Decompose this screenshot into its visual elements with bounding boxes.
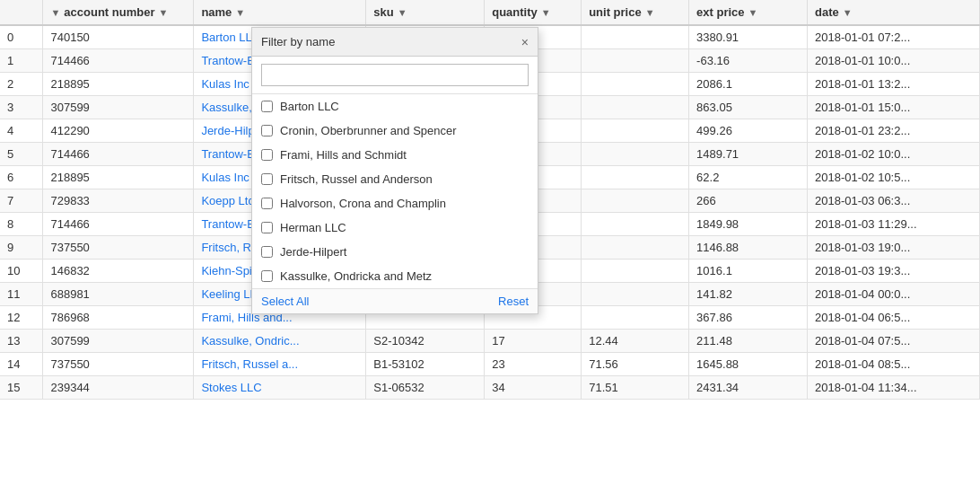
filter-checkbox[interactable] [261, 246, 273, 258]
table-cell: 146832 [43, 260, 194, 283]
filter-list-item[interactable]: Kassulke, Ondricka and Metz [252, 264, 538, 288]
table-cell: 12.44 [582, 330, 689, 353]
filter-search-input[interactable] [261, 64, 529, 86]
table-cell: 266 [689, 189, 808, 213]
filter-item-label: Frami, Hills and Schmidt [280, 148, 407, 162]
table-cell: 786968 [43, 306, 194, 330]
table-cell [582, 119, 689, 143]
table-cell: 688981 [43, 283, 194, 306]
table-cell: S2-10342 [366, 330, 485, 353]
filter-list-item[interactable]: Halvorson, Crona and Champlin [252, 191, 538, 216]
table-cell: 211.48 [689, 330, 808, 353]
filter-header: Filter by name × [252, 28, 538, 57]
table-cell: 239344 [43, 376, 194, 400]
table-cell [582, 25, 689, 49]
table-cell: -63.16 [689, 49, 808, 73]
filter-list-item[interactable]: Herman LLC [252, 216, 538, 240]
table-cell: 740150 [43, 25, 194, 49]
table-cell: 412290 [43, 119, 194, 143]
main-container: ▼ account number ▼ name ▼ sku ▼ [0, 0, 980, 484]
filter-list-item[interactable]: Barton LLC [252, 94, 538, 119]
table-cell: 2018-01-04 08:5... [808, 353, 980, 376]
table-cell: 1 [0, 49, 43, 73]
filter-icon-account2[interactable]: ▼ [158, 7, 168, 18]
table-cell: 4 [0, 119, 43, 143]
table-cell [582, 73, 689, 96]
col-header-name: name ▼ [194, 0, 366, 25]
table-cell: 2 [0, 73, 43, 96]
filter-list-item[interactable]: Cronin, Oberbrunner and Spencer [252, 119, 538, 143]
filter-list-item[interactable]: Fritsch, Russel and Anderson [252, 167, 538, 191]
filter-item-label: Herman LLC [280, 221, 346, 234]
table-cell: 1849.98 [689, 213, 808, 236]
table-cell: 62.2 [689, 166, 808, 189]
table-cell: 737550 [43, 236, 194, 260]
table-cell: 71.56 [582, 353, 689, 376]
table-cell: 2018-01-01 15:0... [808, 96, 980, 119]
table-cell: S1-06532 [366, 376, 485, 400]
table-cell: 2018-01-02 10:5... [808, 166, 980, 189]
filter-close-button[interactable]: × [521, 36, 529, 48]
table-cell: 2018-01-04 06:5... [808, 306, 980, 330]
col-label-date: date [815, 5, 839, 19]
filter-icon-sku[interactable]: ▼ [398, 7, 407, 18]
col-label-account: account number [64, 5, 154, 19]
table-cell: 15 [0, 376, 43, 400]
select-all-button[interactable]: Select All [261, 295, 309, 308]
table-cell: 10 [0, 260, 43, 283]
filter-item-label: Halvorson, Crona and Champlin [280, 197, 446, 210]
table-cell: 2018-01-01 23:2... [808, 119, 980, 143]
table-cell: 23 [485, 353, 582, 376]
table-cell: 499.26 [689, 119, 808, 143]
table-cell: 2018-01-01 07:2... [808, 25, 980, 49]
filter-icon-date[interactable]: ▼ [843, 7, 853, 18]
filter-dropdown-name: Filter by name × Barton LLCCronin, Oberb… [251, 27, 538, 314]
table-cell: 11 [0, 283, 43, 306]
table-cell: 2431.34 [689, 376, 808, 400]
table-cell: Stokes LLC [194, 376, 366, 400]
table-cell: 2018-01-01 13:2... [808, 73, 980, 96]
table-cell: 7 [0, 189, 43, 213]
filter-item-label: Fritsch, Russel and Anderson [280, 172, 433, 186]
col-label-quantity: quantity [492, 5, 538, 19]
filter-icon-ext-price[interactable]: ▼ [748, 7, 758, 18]
filter-checkbox[interactable] [261, 173, 273, 185]
table-cell: B1-53102 [366, 353, 485, 376]
table-cell: 729833 [43, 189, 194, 213]
filter-list-item[interactable]: Frami, Hills and Schmidt [252, 143, 538, 167]
col-label-ext-price: ext price [696, 5, 744, 19]
filter-footer: Select All Reset [252, 288, 538, 313]
col-header-index [0, 0, 43, 25]
table-cell [582, 189, 689, 213]
table-cell: 863.05 [689, 96, 808, 119]
filter-list-item[interactable]: Jerde-Hilpert [252, 240, 538, 264]
table-cell: 1016.1 [689, 260, 808, 283]
filter-icon-quantity[interactable]: ▼ [541, 7, 551, 18]
table-cell [582, 96, 689, 119]
table-cell: 307599 [43, 96, 194, 119]
col-header-date: date ▼ [808, 0, 980, 25]
filter-checkbox[interactable] [261, 270, 273, 282]
filter-checkbox[interactable] [261, 198, 273, 209]
table-cell: 2018-01-04 11:34... [808, 376, 980, 400]
col-label-sku: sku [373, 5, 393, 19]
col-header-account-number: ▼ account number ▼ [43, 0, 194, 25]
table-cell [582, 236, 689, 260]
table-cell: 34 [485, 376, 582, 400]
reset-button[interactable]: Reset [498, 295, 529, 308]
table-cell [582, 143, 689, 166]
table-row: 14737550Fritsch, Russel a...B1-531022371… [0, 353, 980, 376]
table-cell: 2018-01-02 10:0... [808, 143, 980, 166]
filter-checkbox[interactable] [261, 222, 273, 233]
table-cell: Kassulke, Ondric... [194, 330, 366, 353]
filter-icon-unit-price[interactable]: ▼ [645, 7, 655, 18]
filter-checkbox[interactable] [261, 101, 273, 112]
table-cell: 2018-01-03 06:3... [808, 189, 980, 213]
filter-icon-account[interactable]: ▼ [50, 7, 60, 18]
filter-checkbox[interactable] [261, 125, 273, 136]
table-cell: 71.51 [582, 376, 689, 400]
filter-title: Filter by name [261, 35, 335, 48]
filter-icon-name[interactable]: ▼ [235, 7, 245, 18]
table-cell: 2018-01-03 11:29... [808, 213, 980, 236]
filter-checkbox[interactable] [261, 149, 273, 161]
